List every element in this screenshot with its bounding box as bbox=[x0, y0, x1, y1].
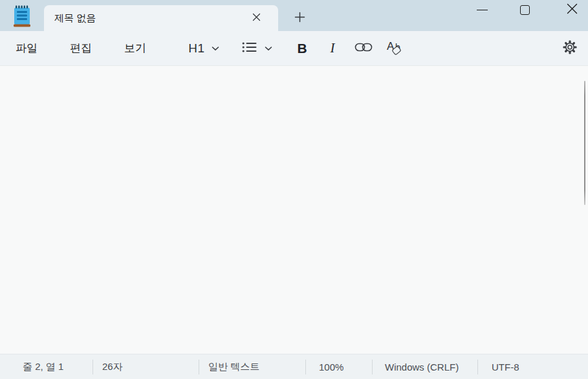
clear-formatting-button[interactable]: A b bbox=[383, 31, 410, 65]
text-editor[interactable] bbox=[0, 65, 588, 354]
vertical-scrollbar[interactable] bbox=[584, 81, 585, 205]
bold-icon: B bbox=[297, 41, 307, 56]
italic-icon: I bbox=[331, 40, 335, 56]
status-divider bbox=[372, 360, 373, 374]
menu-edit[interactable]: 편집 bbox=[62, 31, 100, 65]
minimize-button[interactable] bbox=[467, 0, 497, 19]
insert-link-button[interactable] bbox=[352, 31, 375, 65]
tab-title: 제목 없음 bbox=[54, 12, 96, 25]
maximize-icon bbox=[520, 5, 530, 15]
tab-untitled[interactable]: 제목 없음 bbox=[44, 5, 278, 31]
list-style-dropdown[interactable] bbox=[237, 31, 277, 65]
bold-button[interactable]: B bbox=[291, 31, 313, 65]
menu-edit-label: 편집 bbox=[70, 41, 92, 56]
settings-button[interactable] bbox=[557, 31, 583, 65]
close-tab-button[interactable] bbox=[246, 8, 266, 28]
notepad-app-icon bbox=[13, 5, 31, 28]
minimize-icon bbox=[477, 10, 488, 10]
status-divider bbox=[305, 360, 306, 374]
status-cursor-position: 줄 2, 열 1 bbox=[23, 354, 63, 379]
close-window-button[interactable] bbox=[557, 0, 587, 19]
heading-style-label: H1 bbox=[188, 41, 204, 56]
notepad-window: 제목 없음 bbox=[0, 0, 588, 379]
titlebar: 제목 없음 bbox=[0, 0, 588, 31]
status-divider bbox=[477, 360, 478, 374]
new-tab-button[interactable] bbox=[290, 8, 309, 28]
status-divider bbox=[199, 360, 199, 374]
gear-icon bbox=[563, 40, 577, 56]
plus-icon bbox=[294, 12, 305, 25]
heading-style-dropdown[interactable]: H1 bbox=[182, 31, 225, 65]
bullet-list-icon bbox=[242, 41, 257, 55]
link-icon bbox=[354, 42, 373, 54]
close-icon bbox=[252, 12, 261, 24]
maximize-button[interactable] bbox=[510, 0, 539, 19]
chevron-down-icon bbox=[212, 43, 219, 53]
menu-view[interactable]: 보기 bbox=[116, 31, 154, 65]
statusbar: 줄 2, 열 1 26자 일반 텍스트 100% Windows (CRLF) … bbox=[0, 354, 588, 379]
status-char-count: 26자 bbox=[102, 354, 123, 379]
italic-button[interactable]: I bbox=[321, 31, 343, 65]
status-line-ending: Windows (CRLF) bbox=[385, 354, 459, 379]
status-divider bbox=[93, 360, 93, 374]
toolbar: 파일 편집 보기 H1 bbox=[0, 31, 588, 65]
status-zoom-level[interactable]: 100% bbox=[319, 354, 343, 379]
status-encoding: UTF-8 bbox=[492, 354, 519, 379]
menu-file[interactable]: 파일 bbox=[8, 31, 45, 65]
close-window-icon bbox=[567, 3, 578, 16]
clear-formatting-icon: A b bbox=[387, 39, 406, 58]
menu-view-label: 보기 bbox=[124, 41, 146, 56]
window-controls bbox=[467, 0, 588, 21]
status-doc-type: 일반 텍스트 bbox=[208, 354, 259, 379]
menu-file-label: 파일 bbox=[16, 41, 38, 56]
chevron-down-icon bbox=[265, 43, 272, 53]
